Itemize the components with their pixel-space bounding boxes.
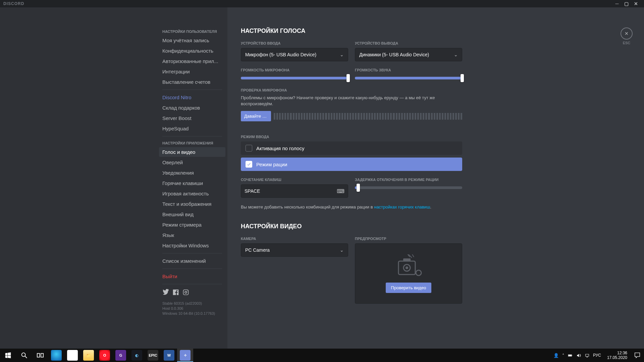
tray-chevron-up-icon[interactable]: ˄ — [562, 353, 565, 358]
taskbar-date: 17.05.2020 — [607, 355, 627, 360]
search-button[interactable] — [16, 349, 32, 362]
mic-level-meter — [274, 113, 462, 120]
svg-rect-11 — [569, 355, 572, 356]
taskbar-app-epic[interactable]: EPIC — [145, 349, 161, 362]
checkbox-icon — [246, 161, 252, 168]
taskbar-app-discord[interactable]: ✧ — [177, 349, 193, 362]
taskbar-clock[interactable]: 12:36 17.05.2020 — [604, 351, 631, 360]
sidebar-item-logout[interactable]: Выйти — [159, 272, 225, 281]
svg-rect-3 — [403, 258, 411, 261]
windows-icon — [4, 352, 12, 359]
test-video-button[interactable]: Проверить видео — [386, 283, 432, 293]
version-line: Host 0.0.306 — [162, 306, 222, 311]
people-icon[interactable]: 👤 — [553, 353, 559, 358]
input-volume-label: ГРОМКОСТЬ МИКРОФОНА — [241, 68, 348, 72]
ptt-shortcut-field[interactable]: SPACE ⌨ — [241, 184, 348, 198]
sidebar-item-authorized-apps[interactable]: Авторизованные прил... — [159, 56, 225, 66]
sidebar-item-appearance[interactable]: Внешний вид — [159, 209, 225, 219]
svg-point-2 — [406, 266, 408, 269]
window-maximize-button[interactable]: ▢ — [622, 1, 631, 6]
sidebar-item-notifications[interactable]: Уведомления — [159, 168, 225, 178]
mictest-button[interactable]: Давайте пр... — [241, 111, 271, 121]
taskbar-app-opera[interactable]: O — [97, 349, 113, 362]
output-volume-label: ГРОМКОСТЬ ЗВУКА — [355, 68, 462, 72]
video-preview: Проверить видео — [355, 243, 462, 304]
sidebar-item-billing[interactable]: Выставление счетов — [159, 77, 225, 87]
keybind-settings-link[interactable]: настройках горячих клавиш — [374, 204, 430, 209]
sidebar-item-keybinds[interactable]: Горячие клавиши — [159, 178, 225, 188]
twitter-icon[interactable] — [162, 289, 169, 296]
version-line: Stable 60315 (ad22003) — [162, 301, 222, 306]
facebook-icon[interactable] — [172, 289, 179, 296]
taskbar-app-steam[interactable]: ◐ — [129, 349, 145, 362]
ptt-delay-label: ЗАДЕРЖКА ОТКЛЮЧЕНИЯ В РЕЖИМЕ РАЦИИ — [355, 178, 462, 182]
inputmode-push-to-talk[interactable]: Режим рации — [241, 158, 462, 171]
taskbar-app-edge[interactable] — [48, 349, 64, 362]
svg-rect-8 — [41, 354, 43, 357]
output-device-value: Динамики (5- USB Audio Device) — [359, 52, 429, 57]
chevron-down-icon: ⌄ — [340, 52, 344, 57]
inputmode-voice-activity[interactable]: Активация по голосу — [241, 141, 462, 155]
ptt-delay-slider[interactable] — [355, 184, 462, 191]
taskbar-app-gog[interactable]: G — [113, 349, 129, 362]
output-device-select[interactable]: Динамики (5- USB Audio Device) ⌄ — [355, 48, 462, 61]
input-volume-slider[interactable] — [241, 75, 348, 81]
shortcut-label: СОЧЕТАНИЕ КЛАВИШ — [241, 178, 348, 182]
settings-sidebar: НАСТРОЙКИ ПОЛЬЗОВАТЕЛЯ Моя учётная запис… — [154, 7, 227, 349]
system-tray: 👤 ˄ РУС — [551, 353, 604, 358]
ptt-shortcut-value: SPACE — [245, 188, 260, 194]
checkbox-icon — [246, 145, 252, 152]
action-center-button[interactable] — [631, 349, 644, 362]
left-gutter — [0, 7, 154, 349]
chevron-down-icon: ⌄ — [340, 247, 344, 253]
network-icon[interactable] — [585, 353, 590, 358]
task-view-button[interactable] — [32, 349, 48, 362]
volume-icon[interactable] — [576, 353, 581, 358]
battery-icon[interactable] — [568, 353, 573, 358]
sidebar-header-app: НАСТРОЙКИ ПРИЛОЖЕНИЯ — [159, 139, 225, 147]
notification-icon — [634, 352, 641, 359]
shortcut-hint: Вы можете добавить несколько комбинаций … — [241, 204, 462, 209]
window-titlebar: DISCORD ─ ▢ ✕ — [0, 0, 644, 7]
taskbar-time: 12:36 — [607, 351, 627, 355]
svg-rect-7 — [37, 354, 40, 357]
shortcut-hint-text-a: Вы можете добавить несколько комбинаций … — [241, 204, 374, 209]
mictest-hint: Проблемы с микрофоном? Начните проверку … — [241, 95, 462, 107]
sidebar-item-gift-inventory[interactable]: Склад подарков — [159, 103, 225, 113]
svg-line-6 — [25, 356, 27, 358]
camera-select[interactable]: PC Camera ⌄ — [241, 243, 348, 257]
window-close-button[interactable]: ✕ — [631, 1, 641, 6]
language-indicator[interactable]: РУС — [593, 353, 601, 358]
voice-section-title: НАСТРОЙКИ ГОЛОСА — [241, 27, 462, 35]
sidebar-item-game-activity[interactable]: Игровая активность — [159, 189, 225, 198]
sidebar-item-nitro[interactable]: Discord Nitro — [159, 93, 225, 102]
close-settings-button[interactable]: ✕ — [621, 27, 633, 40]
instagram-icon[interactable] — [182, 289, 189, 296]
settings-close-column: ✕ ESC — [617, 7, 644, 349]
sidebar-item-server-boost[interactable]: Server Boost — [159, 113, 225, 123]
sidebar-item-windows[interactable]: Настройки Windows — [159, 241, 225, 250]
sidebar-item-changelog[interactable]: Список изменений — [159, 256, 225, 266]
sidebar-item-privacy[interactable]: Конфиденциальность — [159, 46, 225, 56]
sidebar-item-hypesquad[interactable]: HypeSquad — [159, 124, 225, 133]
chevron-down-icon: ⌄ — [454, 52, 458, 57]
window-minimize-button[interactable]: ─ — [612, 1, 622, 6]
start-button[interactable] — [0, 349, 16, 362]
sidebar-item-language[interactable]: Язык — [159, 230, 225, 240]
output-volume-slider[interactable] — [355, 75, 462, 81]
keyboard-icon: ⌨ — [337, 188, 344, 194]
sidebar-item-text-images[interactable]: Текст и изображения — [159, 199, 225, 209]
taskbar-app-store[interactable]: 🛍 — [64, 349, 80, 362]
sidebar-item-overlay[interactable]: Оверлей — [159, 158, 225, 167]
taskbar-app-explorer[interactable]: 📁 — [80, 349, 97, 362]
sidebar-item-connections[interactable]: Интеграции — [159, 67, 225, 76]
camera-illustration-icon — [388, 254, 429, 278]
inputmode-label: РЕЖИМ ВВОДА — [241, 135, 462, 139]
sidebar-item-voice-video[interactable]: Голос и видео — [159, 147, 225, 157]
sidebar-item-account[interactable]: Моя учётная запись — [159, 36, 225, 45]
input-device-select[interactable]: Микрофон (5- USB Audio Device) ⌄ — [241, 48, 348, 61]
taskbar-app-word[interactable]: W — [161, 349, 177, 362]
search-icon — [20, 352, 28, 359]
app-title: DISCORD — [3, 1, 24, 6]
sidebar-item-streamer-mode[interactable]: Режим стримера — [159, 220, 225, 230]
